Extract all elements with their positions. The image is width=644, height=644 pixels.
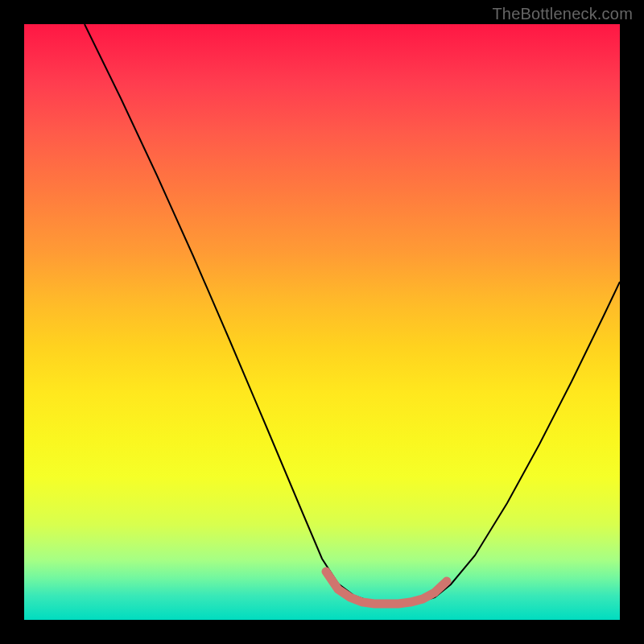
curve-svg (24, 24, 620, 620)
curve-line (85, 24, 620, 604)
plot-area (24, 24, 620, 620)
watermark-text: TheBottleneck.com (492, 5, 633, 23)
chart-container: TheBottleneck.com (0, 0, 644, 644)
